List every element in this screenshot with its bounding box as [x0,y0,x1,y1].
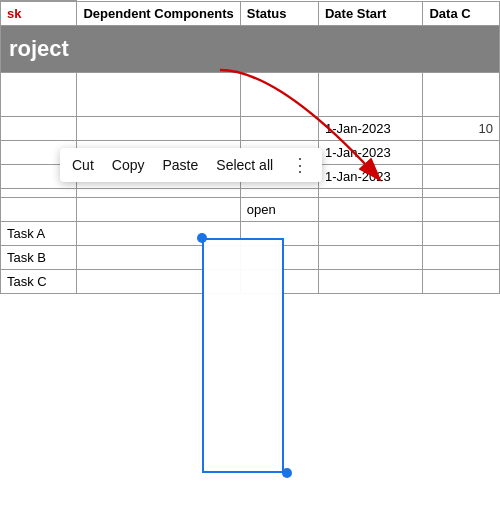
header-row: sk Dependent Components Status Date Star… [1,1,500,26]
table-row [1,189,500,198]
task-a-label: Task A [1,222,77,246]
context-menu: Cut Copy Paste Select all ⋮ [60,148,322,182]
selection-overlay [202,238,284,473]
cut-option[interactable]: Cut [72,157,94,173]
col2-header: Dependent Components [77,1,240,26]
paste-option[interactable]: Paste [162,157,198,173]
selection-handle-bottom [282,468,292,478]
col3-header: Status [240,1,318,26]
status-open-2: open [240,198,318,222]
status-cell-complete: complete [240,117,318,141]
table-row: complete 1-Jan-2023 10 [1,117,500,141]
context-menu-spacer-row [1,73,500,117]
banner-text: roject [1,26,500,73]
col1-header: sk [1,1,77,26]
selection-handle-top [197,233,207,243]
copy-option[interactable]: Copy [112,157,145,173]
task-c-label: Task C [1,270,77,294]
more-options-icon[interactable]: ⋮ [291,154,310,176]
task-b-label: Task B [1,246,77,270]
col4-header: Date Start [318,1,423,26]
table-row: open [1,198,500,222]
banner-row: roject [1,26,500,73]
col5-header: Data C [423,1,500,26]
select-all-option[interactable]: Select all [216,157,273,173]
